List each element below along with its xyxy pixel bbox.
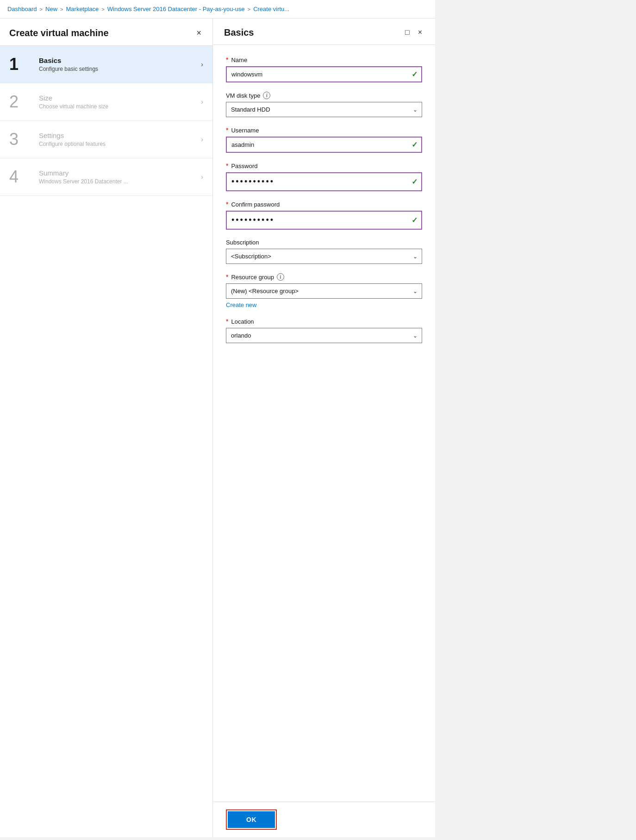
breadcrumb-product[interactable]: Windows Server 2016 Datacenter - Pay-as-… (107, 6, 245, 13)
location-label: * Location (226, 318, 422, 325)
step-2-desc: Choose virtual machine size (39, 103, 201, 110)
resource-group-label-text: Resource group (231, 274, 274, 281)
password-input[interactable] (226, 172, 422, 191)
username-input[interactable] (226, 137, 422, 153)
left-panel: Create virtual machine × 1 Basics Config… (0, 19, 213, 837)
password-required-star: * (226, 162, 228, 169)
step-2-info: Size Choose virtual machine size (39, 94, 201, 110)
breadcrumb-marketplace[interactable]: Marketplace (66, 6, 99, 13)
location-label-text: Location (231, 318, 254, 325)
step-3-chevron-icon: › (201, 136, 203, 143)
breadcrumb-sep-1: > (40, 6, 43, 12)
ok-button[interactable]: OK (228, 811, 275, 828)
step-1[interactable]: 1 Basics Configure basic settings › (0, 46, 212, 83)
step-3-info: Settings Configure optional features (39, 132, 201, 147)
step-1-chevron-icon: › (201, 61, 203, 68)
right-panel-footer: OK (213, 802, 435, 837)
maximize-button[interactable]: □ (403, 27, 412, 38)
location-select[interactable]: orlando eastus westus (226, 328, 422, 343)
location-required-star: * (226, 318, 228, 325)
resource-group-label: * Resource group i (226, 273, 422, 281)
username-field-group: * Username ✓ (226, 126, 422, 153)
vm-disk-type-select[interactable]: Standard HDD Premium SSD Standard SSD (226, 102, 422, 117)
username-required-star: * (226, 126, 228, 134)
breadcrumb-current: Create virtu... (253, 6, 289, 13)
main-container: Create virtual machine × 1 Basics Config… (0, 19, 435, 837)
step-4[interactable]: 4 Summary Windows Server 2016 Datacenter… (0, 158, 212, 196)
confirm-password-valid-check-icon: ✓ (412, 216, 418, 225)
name-valid-check-icon: ✓ (412, 70, 418, 79)
confirm-password-input[interactable] (226, 211, 422, 230)
password-input-wrapper: ✓ (226, 172, 422, 191)
username-label-text: Username (231, 127, 259, 134)
username-label: * Username (226, 126, 422, 134)
resource-group-required-star: * (226, 273, 228, 281)
vm-disk-type-info-icon: i (263, 92, 270, 99)
subscription-select-wrapper: <Subscription> ⌄ (226, 249, 422, 264)
name-label: * Name (226, 56, 422, 63)
left-panel-header: Create virtual machine × (0, 19, 212, 46)
confirm-password-field-group: * Confirm password ✓ (226, 201, 422, 230)
password-valid-check-icon: ✓ (412, 177, 418, 186)
ok-button-wrapper: OK (226, 809, 277, 830)
right-panel-header: Basics □ × (213, 19, 435, 45)
step-3-name: Settings (39, 132, 201, 139)
confirm-password-label: * Confirm password (226, 201, 422, 208)
step-4-info: Summary Windows Server 2016 Datacenter .… (39, 169, 201, 185)
step-1-name: Basics (39, 56, 201, 64)
name-input-wrapper: ✓ (226, 66, 422, 82)
breadcrumb-new[interactable]: New (45, 6, 57, 13)
location-field-group: * Location orlando eastus westus ⌄ (226, 318, 422, 343)
location-select-wrapper: orlando eastus westus ⌄ (226, 328, 422, 343)
step-1-info: Basics Configure basic settings (39, 56, 201, 72)
name-field-group: * Name ✓ (226, 56, 422, 82)
vm-disk-type-label-text: VM disk type (226, 92, 260, 99)
step-2-number: 2 (9, 94, 32, 110)
name-input[interactable] (226, 66, 422, 82)
password-label-text: Password (231, 163, 257, 169)
step-2-name: Size (39, 94, 201, 102)
subscription-select[interactable]: <Subscription> (226, 249, 422, 264)
breadcrumb-sep-3: > (101, 6, 104, 12)
breadcrumb-sep-2: > (60, 6, 63, 12)
confirm-password-input-wrapper: ✓ (226, 211, 422, 230)
subscription-field-group: Subscription <Subscription> ⌄ (226, 239, 422, 264)
name-label-text: Name (231, 56, 247, 63)
right-panel-close-button[interactable]: × (416, 27, 424, 38)
step-1-number: 1 (9, 56, 32, 73)
vm-disk-type-select-wrapper: Standard HDD Premium SSD Standard SSD ⌄ (226, 102, 422, 117)
left-panel-title: Create virtual machine (9, 28, 109, 38)
left-panel-close-button[interactable]: × (194, 27, 203, 39)
step-3-desc: Configure optional features (39, 141, 201, 147)
password-label: * Password (226, 162, 422, 169)
breadcrumb-dashboard[interactable]: Dashboard (7, 6, 37, 13)
subscription-label-text: Subscription (226, 239, 259, 246)
confirm-password-label-text: Confirm password (231, 201, 280, 208)
step-4-chevron-icon: › (201, 173, 203, 181)
confirm-password-required-star: * (226, 201, 228, 208)
vm-disk-type-group: VM disk type i Standard HDD Premium SSD … (226, 92, 422, 117)
step-2[interactable]: 2 Size Choose virtual machine size › (0, 83, 212, 121)
resource-group-field-group: * Resource group i (New) <Resource group… (226, 273, 422, 308)
step-3[interactable]: 3 Settings Configure optional features › (0, 121, 212, 158)
resource-group-info-icon: i (277, 273, 284, 281)
password-field-group: * Password ✓ (226, 162, 422, 191)
step-3-number: 3 (9, 131, 32, 148)
breadcrumb: Dashboard > New > Marketplace > Windows … (0, 0, 435, 19)
username-input-wrapper: ✓ (226, 137, 422, 153)
step-4-desc: Windows Server 2016 Datacenter ... (39, 178, 201, 185)
username-valid-check-icon: ✓ (412, 140, 418, 149)
right-panel-actions: □ × (403, 27, 424, 38)
breadcrumb-sep-4: > (248, 6, 250, 12)
steps-container: 1 Basics Configure basic settings › 2 Si… (0, 46, 212, 837)
create-new-link[interactable]: Create new (226, 301, 256, 308)
resource-group-select-wrapper: (New) <Resource group> ⌄ (226, 283, 422, 299)
step-2-chevron-icon: › (201, 98, 203, 106)
name-required-star: * (226, 56, 228, 63)
vm-disk-type-label: VM disk type i (226, 92, 422, 99)
right-panel-body: * Name ✓ VM disk type i Standard HDD P (213, 45, 435, 802)
step-4-name: Summary (39, 169, 201, 177)
subscription-label: Subscription (226, 239, 422, 246)
resource-group-select[interactable]: (New) <Resource group> (226, 283, 422, 299)
right-panel-title: Basics (224, 27, 254, 38)
